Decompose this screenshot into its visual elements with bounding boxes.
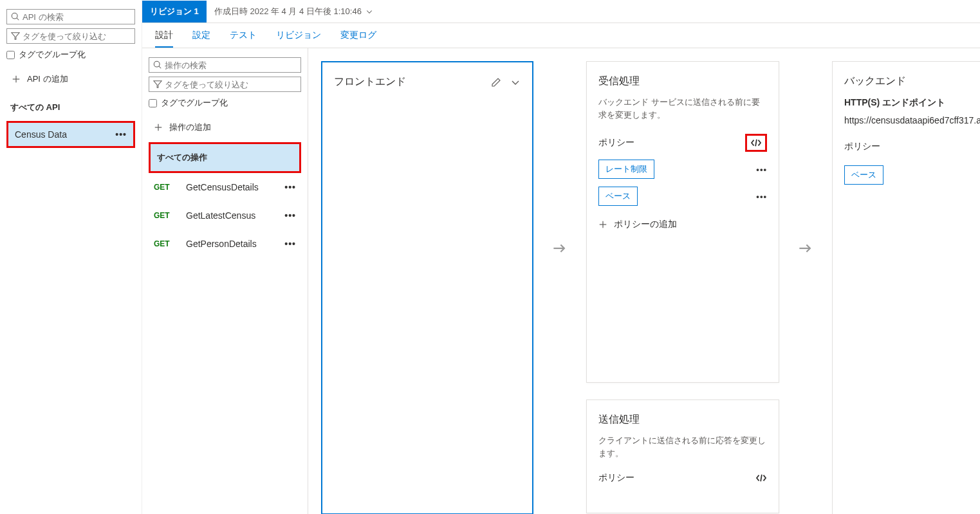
- inbound-card[interactable]: 受信処理 バックエンド サービスに送信される前に要求を変更します。 ポリシー レ…: [586, 61, 779, 383]
- api-sidebar: タグでグループ化 API の追加 すべての API Census Data ••…: [0, 0, 142, 514]
- edit-icon[interactable]: [491, 77, 501, 87]
- chevron-down-icon: [365, 8, 373, 15]
- tab-settings[interactable]: 設定: [192, 30, 210, 41]
- backend-title: バックエンド: [844, 75, 980, 88]
- rate-limit-more[interactable]: •••: [756, 165, 767, 174]
- backend-url: https://censusdataapi6ed7cff317.azurew: [844, 115, 980, 125]
- inbound-policy-label: ポリシー: [598, 137, 634, 149]
- all-operations[interactable]: すべての操作: [149, 142, 301, 173]
- add-api-label: API の追加: [27, 73, 68, 85]
- tab-changelog[interactable]: 変更ログ: [340, 30, 376, 41]
- plus-icon: [12, 75, 21, 84]
- tabs: 設計 設定 テスト リビジョン 変更ログ: [142, 23, 980, 48]
- plus-icon: [598, 220, 607, 229]
- api-item-label: Census Data: [15, 129, 67, 140]
- op-search-input[interactable]: [165, 60, 297, 70]
- add-policy-label: ポリシーの追加: [614, 219, 677, 230]
- group-by-tag-checkbox[interactable]: タグでグループ化: [6, 49, 135, 60]
- group-by-tag-checkbox-input[interactable]: [6, 51, 15, 59]
- add-op-button[interactable]: 操作の追加: [149, 118, 301, 137]
- policy-boards: フロントエンド 受信処理 バックエンド サービスに送信される前に要求を変更します…: [308, 48, 980, 514]
- add-policy-button[interactable]: ポリシーの追加: [598, 219, 767, 230]
- op-search[interactable]: [149, 57, 301, 73]
- op-group-by-tag-checkbox[interactable]: [149, 99, 157, 107]
- inbound-title: 受信処理: [598, 75, 767, 88]
- api-search[interactable]: [6, 9, 135, 24]
- op-more[interactable]: •••: [284, 239, 296, 249]
- group-by-tag-label: タグでグループ化: [19, 49, 86, 60]
- search-icon: [11, 12, 20, 21]
- svg-marker-7: [154, 81, 162, 88]
- op-method: GET: [154, 211, 174, 220]
- backend-policy-label: ポリシー: [844, 141, 880, 152]
- plus-icon: [154, 123, 163, 132]
- api-item-more[interactable]: •••: [115, 129, 127, 140]
- backend-endpoint-label: HTTP(S) エンドポイント: [844, 97, 980, 109]
- outbound-policy-label: ポリシー: [598, 472, 634, 484]
- filter-icon: [153, 80, 162, 89]
- op-row-getcensusdetails[interactable]: GET GetCensusDetails •••: [149, 173, 301, 201]
- frontend-title: フロントエンド: [334, 75, 406, 89]
- search-icon: [153, 60, 162, 69]
- op-row-getlatestcensus[interactable]: GET GetLatestCensus •••: [149, 201, 301, 230]
- created-at-text: 作成日時 2022 年 4 月 4 日午後 1:10:46: [214, 6, 362, 17]
- op-label: GetPersonDetails: [186, 239, 257, 249]
- outbound-card[interactable]: 送信処理 クライアントに送信される前に応答を変更します。 ポリシー: [586, 399, 779, 513]
- op-more[interactable]: •••: [284, 182, 296, 192]
- code-icon[interactable]: [755, 473, 767, 482]
- op-group-by-tag-label: タグでグループ化: [161, 97, 228, 109]
- op-method: GET: [154, 183, 174, 192]
- op-filter-input[interactable]: [165, 80, 297, 89]
- all-api-heading[interactable]: すべての API: [10, 102, 131, 113]
- api-filter-input[interactable]: [23, 32, 131, 41]
- arrow-icon: [799, 241, 813, 255]
- outbound-title: 送信処理: [598, 413, 767, 427]
- backend-card[interactable]: バックエンド HTTP(S) エンドポイント https://censusdat…: [832, 61, 980, 514]
- svg-line-6: [159, 66, 162, 69]
- content: タグでグループ化 操作の追加 すべての操作 GET GetCensusDetai…: [142, 48, 980, 514]
- code-view-button[interactable]: [745, 134, 767, 152]
- filter-icon: [11, 32, 20, 41]
- tab-revision[interactable]: リビジョン: [276, 30, 321, 41]
- api-search-input[interactable]: [23, 12, 131, 22]
- svg-line-14: [761, 475, 762, 482]
- arrow-icon: [553, 241, 567, 255]
- code-icon: [750, 138, 762, 147]
- api-filter[interactable]: [6, 28, 135, 44]
- topbar: リビジョン 1 作成日時 2022 年 4 月 4 日午後 1:10:46: [142, 0, 980, 23]
- svg-line-11: [755, 140, 757, 147]
- tab-test[interactable]: テスト: [230, 30, 257, 41]
- main: リビジョン 1 作成日時 2022 年 4 月 4 日午後 1:10:46 設計…: [142, 0, 980, 514]
- op-label: GetLatestCensus: [186, 210, 255, 221]
- add-api-button[interactable]: API の追加: [6, 69, 135, 89]
- backend-base-pill[interactable]: ベース: [844, 165, 883, 185]
- rate-limit-pill[interactable]: レート制限: [598, 160, 654, 179]
- frontend-card[interactable]: フロントエンド: [321, 61, 533, 514]
- op-label: GetCensusDetails: [186, 182, 259, 192]
- created-at[interactable]: 作成日時 2022 年 4 月 4 日午後 1:10:46: [214, 6, 373, 17]
- op-group-by-tag[interactable]: タグでグループ化: [149, 97, 301, 109]
- operations-panel: タグでグループ化 操作の追加 すべての操作 GET GetCensusDetai…: [142, 48, 308, 514]
- add-op-label: 操作の追加: [169, 122, 211, 133]
- op-row-getpersondetails[interactable]: GET GetPersonDetails •••: [149, 230, 301, 258]
- op-more[interactable]: •••: [284, 210, 296, 221]
- svg-line-1: [17, 18, 19, 21]
- outbound-desc: クライアントに送信される前に応答を変更します。: [598, 434, 767, 459]
- inbound-desc: バックエンド サービスに送信される前に要求を変更します。: [598, 96, 767, 121]
- chevron-down-icon[interactable]: [510, 77, 521, 87]
- base-more[interactable]: •••: [756, 192, 767, 201]
- api-item-census-data[interactable]: Census Data •••: [6, 121, 135, 148]
- revision-tag[interactable]: リビジョン 1: [142, 1, 207, 23]
- base-pill[interactable]: ベース: [598, 187, 638, 206]
- op-filter[interactable]: [149, 77, 301, 92]
- svg-marker-2: [12, 33, 19, 40]
- tab-design[interactable]: 設計: [155, 30, 173, 48]
- op-method: GET: [154, 239, 174, 248]
